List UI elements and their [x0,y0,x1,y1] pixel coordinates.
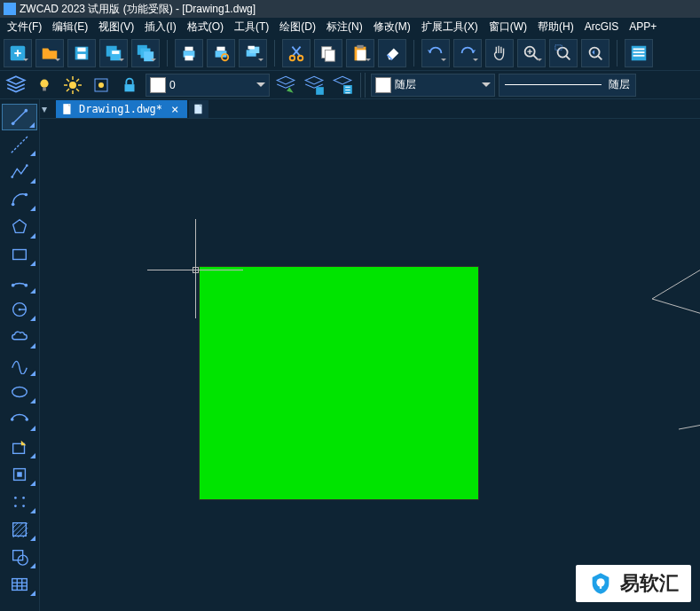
workarea: ▾ Drawing1.dwg* × [40,99,700,611]
svg-point-59 [22,497,25,499]
tab-close-button[interactable]: × [168,102,182,116]
svg-point-19 [290,55,295,60]
region-tool[interactable] [2,544,37,570]
menu-insert[interactable]: 插入(I) [139,18,181,36]
dropdown-arrow-icon [256,82,265,91]
svg-point-45 [12,203,15,207]
paste-button[interactable] [346,39,374,67]
redo-button[interactable] [453,39,482,67]
pan-button[interactable] [485,39,514,67]
color-combo[interactable]: 随层 [371,74,495,97]
menu-edit[interactable]: 编辑(E) [47,18,93,36]
file-icon [61,103,74,115]
svg-point-20 [298,55,303,60]
menubar: 文件(F) 编辑(E) 视图(V) 插入(I) 格式(O) 工具(T) 绘图(D… [0,18,700,35]
zoom-realtime-button[interactable] [517,39,546,67]
svg-rect-24 [357,50,366,60]
document-tab[interactable]: Drawing1.dwg* × [56,100,187,118]
elliptical-arc-tool[interactable] [2,269,37,295]
saveall-button[interactable] [131,39,160,67]
titlebar: ZWCAD 2023 试用版 (功能受限) - [Drawing1.dwg] [0,0,700,18]
svg-rect-62 [13,523,27,537]
menu-annotate[interactable]: 标注(N) [321,18,368,36]
layer-freeze-icon[interactable] [60,73,85,98]
app-icon [4,3,16,15]
print-button[interactable] [175,39,203,67]
new-button[interactable] [4,39,32,67]
drawing-canvas[interactable] [40,119,700,611]
svg-point-41 [12,122,15,126]
svg-point-48 [12,284,15,287]
menu-file[interactable]: 文件(F) [2,18,47,36]
saveas-button[interactable] [99,39,128,67]
main-toolbar [0,35,700,71]
menu-ext[interactable]: 扩展工具(X) [416,18,484,36]
svg-rect-38 [125,84,135,91]
insert-block-tool[interactable] [2,434,37,460]
polygon-tool[interactable] [2,214,37,240]
layer-iso-button[interactable] [330,73,355,98]
svg-point-52 [12,388,28,397]
menu-modify[interactable]: 修改(M) [368,18,416,36]
svg-rect-14 [216,46,224,51]
cut-button[interactable] [282,39,311,67]
point-tool[interactable] [2,489,37,515]
svg-rect-3 [77,53,85,58]
menu-window[interactable]: 窗口(W) [484,18,532,36]
ellipse-tool[interactable] [2,379,37,405]
line-tool[interactable] [2,104,37,130]
menu-help[interactable]: 帮助(H) [532,18,579,36]
menu-view[interactable]: 视图(V) [93,18,139,36]
publish-button[interactable] [239,39,267,67]
copy-button[interactable] [314,39,342,67]
rectangle-tool[interactable] [2,241,37,268]
svg-rect-33 [633,54,645,56]
print-preview-button[interactable] [207,39,235,67]
construction-line-tool[interactable] [2,131,37,158]
make-block-tool[interactable] [2,461,37,488]
layer-previous-button[interactable] [273,73,298,98]
new-tab-button[interactable] [189,100,208,118]
color-value: 随层 [395,77,416,92]
svg-point-53 [11,418,14,421]
linetype-combo[interactable]: 随层 [499,74,636,97]
menu-appplus[interactable]: APP+ [624,19,662,35]
save-button[interactable] [67,39,96,67]
svg-point-54 [25,418,28,421]
zoom-previous-button[interactable] [581,39,610,67]
undo-button[interactable] [421,39,450,67]
layer-manager-button[interactable] [4,73,28,98]
svg-rect-6 [112,51,119,54]
polyline-tool[interactable] [2,159,37,185]
table-tool[interactable] [2,571,37,598]
menu-draw[interactable]: 绘图(D) [274,18,321,36]
svg-rect-31 [633,48,645,50]
menu-tools[interactable]: 工具(T) [229,18,274,36]
menu-format[interactable]: 格式(O) [182,18,229,36]
svg-rect-18 [248,45,255,49]
svg-line-70 [679,416,700,429]
layer-states-button[interactable] [302,73,326,98]
open-button[interactable] [35,39,64,67]
revision-cloud-tool[interactable] [2,324,37,350]
arc-tool[interactable] [2,186,37,213]
hatch-tool[interactable] [2,516,37,543]
pin-icon[interactable]: ▾ [42,103,54,115]
svg-point-43 [11,176,13,178]
layer-on-icon[interactable] [32,73,57,98]
erase-button[interactable] [378,39,406,67]
linetype-preview [505,84,602,85]
layer-vpfreeze-icon[interactable] [89,73,114,98]
zoom-window-button[interactable] [549,39,578,67]
svg-rect-12 [185,55,193,60]
menu-arcgis[interactable]: ArcGIS [579,19,625,35]
ellipse-arc-tool[interactable] [2,406,37,433]
layer-lock-icon[interactable] [117,73,142,98]
properties-button[interactable] [625,39,653,67]
svg-rect-2 [77,47,85,51]
svg-point-61 [22,505,25,507]
spline-tool[interactable] [2,351,37,378]
document-tabbar: ▾ Drawing1.dwg* × [40,99,700,119]
circle-tool[interactable] [2,296,37,323]
layer-name-combo[interactable]: 0 [146,74,270,97]
